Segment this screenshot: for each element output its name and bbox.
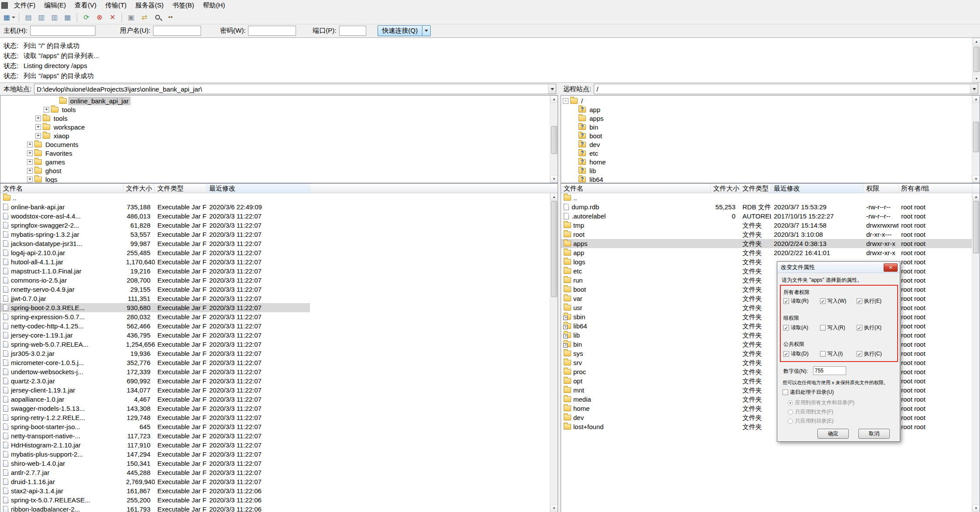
tree-item[interactable]: ?app	[561, 105, 972, 114]
file-row[interactable]: .autorelabel0AUTOREL...2017/10/15 15:22:…	[561, 212, 972, 221]
tree-expander-icon[interactable]: +	[35, 116, 41, 121]
file-row[interactable]: ..	[561, 193, 972, 202]
local-path-combo[interactable]: D:\devlop\huione\IdeaProjects3\jars\onli…	[34, 84, 556, 94]
tree-item[interactable]: ?home	[561, 157, 972, 166]
file-row[interactable]: spring-retry-1.2.2.RELE...129,748Executa…	[0, 413, 310, 422]
scrollbar-thumb[interactable]	[973, 47, 980, 72]
file-row[interactable]: jsr305-3.0.2.jar19,936Executable Jar Fil…	[0, 349, 310, 358]
tree-item[interactable]: +tools	[0, 114, 550, 123]
owner-checkbox[interactable]: ✓读取(R)	[783, 297, 820, 305]
column-header[interactable]: 文件名	[561, 184, 711, 193]
file-row[interactable]: netty-codec-http-4.1.25...562,466Executa…	[0, 321, 310, 331]
combo-arrow[interactable]	[970, 84, 978, 94]
file-row[interactable]: swagger-models-1.5.13...143,308Executabl…	[0, 404, 310, 413]
file-row[interactable]: lost+found文件夹root root	[561, 422, 972, 431]
ok-button[interactable]: 确定	[817, 429, 849, 439]
find-icon[interactable]	[151, 12, 163, 23]
tree-item[interactable]: +workspace	[0, 123, 550, 131]
file-row[interactable]: root文件夹2020/3/1 3:10:08dr-xr-x---root ro…	[561, 230, 972, 239]
file-row[interactable]: log4j-api-2.10.0.jar255,485Executable Ja…	[0, 248, 310, 257]
quickconnect-dropdown[interactable]	[422, 25, 431, 36]
scroll-down-icon[interactable]: ▼	[972, 505, 980, 512]
filter-icon[interactable]: ●●	[164, 12, 177, 23]
stop-icon[interactable]: ⊗	[93, 12, 105, 23]
tree-expander-icon[interactable]: +	[27, 159, 33, 165]
port-input[interactable]	[339, 26, 366, 36]
column-header[interactable]: 最近修改	[207, 184, 310, 193]
menu-item[interactable]: 传输(T)	[101, 0, 131, 10]
file-row[interactable]: online-bank-api.jar735,188Executable Jar…	[0, 202, 310, 212]
menu-item[interactable]: 书签(B)	[168, 0, 198, 10]
recurse-checkbox[interactable]: 递归处理子目录(U)	[783, 389, 834, 396]
file-row[interactable]: proc文件夹root root	[561, 367, 972, 376]
file-row[interactable]: lib文件夹root root	[561, 331, 972, 340]
file-row[interactable]: jackson-datatype-jsr31...99,987Executabl…	[0, 239, 310, 248]
tree-item[interactable]: ?boot	[561, 131, 972, 140]
username-input[interactable]	[153, 26, 201, 36]
remote-path-combo[interactable]: /	[594, 84, 978, 94]
file-row[interactable]: mnt文件夹root root	[561, 386, 972, 395]
toggle-transfer-queue-icon[interactable]: ▦	[61, 12, 74, 23]
remote-list-scrollbar[interactable]: ▲ ▼	[972, 193, 980, 512]
toggle-remote-tree-icon[interactable]: ▥	[48, 12, 61, 23]
tree-item[interactable]: ?dev	[561, 140, 972, 149]
local-tree-scrollbar[interactable]: ▲ ▼	[550, 96, 558, 183]
file-row[interactable]: mybatis-spring-1.3.2.jar53,557Executable…	[0, 230, 310, 239]
file-row[interactable]: apps文件夹2020/2/24 0:38:13drwxr-xr-xroot r…	[561, 239, 972, 248]
tree-expander-icon[interactable]: +	[27, 150, 33, 156]
file-row[interactable]: jersey-client-1.19.1.jar134,077Executabl…	[0, 386, 310, 395]
file-row[interactable]: ..	[0, 193, 310, 202]
cancel-button[interactable]: 取消	[858, 429, 890, 439]
column-header[interactable]: 文件大小	[711, 184, 740, 193]
scrollbar-thumb[interactable]	[973, 122, 979, 152]
group-checkbox[interactable]: ✓执行(X)	[857, 324, 893, 331]
tree-item[interactable]: +ghost	[0, 166, 550, 175]
file-row[interactable]: spring-tx-5.0.7.RELEASE...255,200Executa…	[0, 495, 310, 505]
tree-item[interactable]: apps	[561, 114, 972, 123]
file-row[interactable]: mapstruct-1.1.0.Final.jar19,216Executabl…	[0, 266, 310, 276]
column-header[interactable]: 文件名	[0, 184, 123, 193]
file-row[interactable]: antlr-2.7.7.jar445,288Executable Jar Fil…	[0, 468, 310, 477]
scrollbar-thumb[interactable]	[551, 126, 557, 154]
scroll-down-icon[interactable]: ▼	[550, 175, 558, 183]
file-row[interactable]: mybatis-plus-support-2...147,294Executab…	[0, 450, 310, 459]
file-row[interactable]: hutool-all-4.1.1.jar1,170,640Executable …	[0, 257, 310, 266]
scrollbar-thumb[interactable]	[973, 201, 979, 253]
column-header[interactable]: 所有者/组	[898, 184, 973, 193]
combo-arrow[interactable]	[548, 84, 556, 94]
close-icon[interactable]: ✕	[884, 263, 898, 272]
scroll-up-icon[interactable]: ▲	[550, 193, 558, 201]
menu-item[interactable]: 查看(V)	[70, 0, 101, 10]
file-row[interactable]: spring-boot-2.0.3.RELE...930,680Executab…	[0, 303, 310, 312]
file-row[interactable]: media文件夹root root	[561, 395, 972, 404]
owner-checkbox[interactable]: ✓执行(E)	[857, 297, 893, 305]
tree-expander-icon[interactable]: +	[44, 107, 49, 113]
file-row[interactable]: stax2-api-3.1.4.jar161,867Executable Jar…	[0, 486, 310, 495]
file-row[interactable]: spring-expression-5.0.7...280,032Executa…	[0, 312, 310, 321]
tree-item[interactable]: +Documents	[0, 140, 550, 149]
column-header[interactable]: 最近修改	[771, 184, 864, 193]
tree-item[interactable]: ?etc	[561, 149, 972, 157]
menu-item[interactable]: 编辑(E)	[40, 0, 70, 10]
file-row[interactable]: undertow-websockets-j...172,339Executabl…	[0, 367, 310, 376]
file-row[interactable]: sys文件夹root root	[561, 349, 972, 358]
public-checkbox[interactable]: ✓执行(C)	[857, 350, 893, 358]
file-row[interactable]: jjwt-0.7.0.jar111,351Executable Jar File…	[0, 294, 310, 303]
tree-expander-icon[interactable]: +	[27, 142, 33, 147]
group-checkbox[interactable]: 写入(R)	[820, 324, 857, 331]
scroll-down-icon[interactable]: ▼	[550, 505, 558, 512]
file-row[interactable]: commons-io-2.5.jar208,700Executable Jar …	[0, 276, 310, 285]
file-row[interactable]: druid-1.1.16.jar2,769,940Executable Jar …	[0, 477, 310, 486]
site-manager-icon[interactable]: ▦	[3, 12, 16, 23]
tree-expander-icon[interactable]: +	[27, 177, 33, 182]
host-input[interactable]	[30, 26, 95, 36]
file-row[interactable]: dev文件夹root root	[561, 413, 972, 422]
file-row[interactable]: spring-boot-starter-jso...645Executable …	[0, 422, 310, 431]
tree-item[interactable]: ?lib64	[561, 175, 972, 183]
toggle-message-log-icon[interactable]: ▤	[22, 12, 34, 23]
column-header[interactable]: 文件类型	[155, 184, 207, 193]
file-row[interactable]: bin文件夹root root	[561, 340, 972, 349]
password-input[interactable]	[248, 26, 296, 36]
file-row[interactable]: quartz-2.3.0.jar690,992Executable Jar Fi…	[0, 376, 310, 386]
group-checkbox[interactable]: ✓读取(A)	[783, 324, 820, 331]
